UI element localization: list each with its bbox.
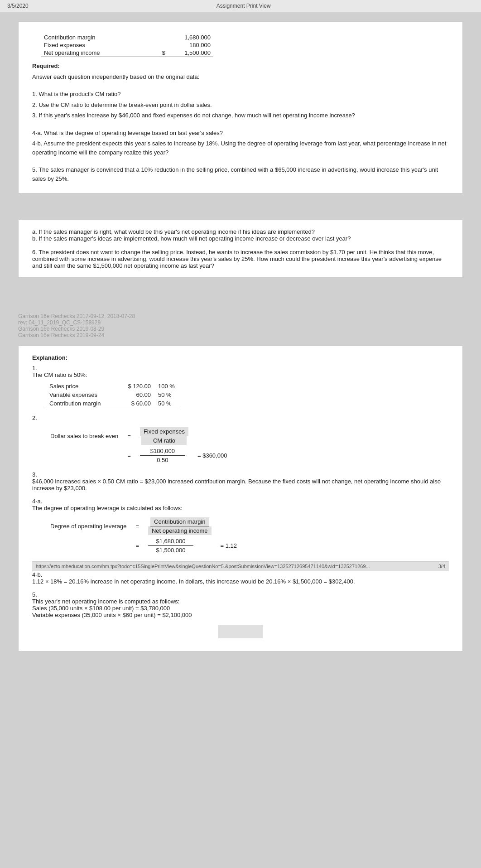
section-5-text: This year's net operating income is comp… xyxy=(32,598,449,605)
section-3: 3. $46,000 increased sales × 0.50 CM rat… xyxy=(32,471,449,492)
formula-fraction: Fixed expenses CM ratio xyxy=(135,426,193,446)
leverage-result: = 1.12 xyxy=(216,536,242,555)
row-label: Fixed expenses xyxy=(41,41,123,49)
formula-equals2: = xyxy=(123,446,135,465)
top-bar-spacer xyxy=(459,3,474,9)
fraction-value-bottom: 0.50 xyxy=(140,456,185,463)
leverage-row-2: = $1,680,000 $1,500,000 = 1.12 xyxy=(46,536,241,555)
section-2-number: 2. xyxy=(32,415,449,421)
page-content: Contribution margin 1,680,000 Fixed expe… xyxy=(0,12,481,669)
footer-notes: Garrison 16e Rechecks 2017-09-12, 2018-0… xyxy=(18,313,463,338)
question-4b: 4-b. Assume the president expects this y… xyxy=(32,139,449,157)
leverage-value-bottom: $1,500,000 xyxy=(148,546,193,554)
section-4a-text: The degree of operating leverage is calc… xyxy=(32,505,449,511)
section-4b-number: 4-b. xyxy=(32,571,449,578)
required-intro: Answer each question independently based… xyxy=(32,72,449,82)
url-bar: https://ezto.mheducation.com/hm.tpx?todo… xyxy=(32,561,449,571)
section-5-line-2: Variable expenses (35,000 units × $60 pe… xyxy=(32,612,449,618)
cm-pct: 50 % xyxy=(154,391,178,399)
required-section: Required: Answer each question independe… xyxy=(32,62,449,183)
cm-pct: 100 % xyxy=(154,382,178,391)
leverage-label: Degree of operating leverage xyxy=(46,516,131,536)
date-label: 3/5/2020 xyxy=(7,3,29,9)
table-row: Net operating income $ 1,500,000 xyxy=(41,49,213,57)
footer-line-4: Garrison 16e Rechecks 2019-09-24 xyxy=(18,332,463,338)
question-6: 6. The president does not want to change… xyxy=(32,249,449,269)
cm-amount: 60.00 xyxy=(118,391,154,399)
footer-line-1: Garrison 16e Rechecks 2017-09-12, 2018-0… xyxy=(18,313,463,319)
row-symbol: $ xyxy=(123,49,168,57)
section-5-number: 5. xyxy=(32,591,449,598)
question-5: 5. The sales manager is convinced that a… xyxy=(32,165,449,183)
leverage-equals: = xyxy=(131,516,144,536)
leverage-fraction-top: Contribution margin xyxy=(150,517,209,526)
spacer2 xyxy=(18,286,463,313)
row-label: Contribution margin xyxy=(41,34,123,41)
row-value: 180,000 xyxy=(168,41,213,49)
fraction-numerator: Fixed expenses xyxy=(140,427,188,436)
leverage-values: $1,680,000 $1,500,000 xyxy=(144,536,216,555)
fraction-value-top: $180,000 xyxy=(140,448,185,456)
section-5-line-1: Sales (35,000 units × $108.00 per unit) … xyxy=(32,605,449,612)
formula-row-2: = $180,000 0.50 = $360,000 xyxy=(46,446,231,465)
question-3: 3. If this year's sales increase by $46,… xyxy=(32,111,449,120)
card-explanation: Explanation: 1. The CM ratio is 50%: Sal… xyxy=(18,346,463,651)
question-1: 1. What is the product's CM ratio? xyxy=(32,90,449,99)
section-4b: 4-b. 1.12 × 18% = 20.16% increase in net… xyxy=(32,571,449,585)
formula-values: $180,000 0.50 xyxy=(135,446,193,465)
top-bar: 3/5/2020 Assignment Print View xyxy=(0,0,481,12)
formula-label: Dollar sales to break even xyxy=(46,426,123,446)
cm-label: Variable expenses xyxy=(46,391,118,399)
page-title: Assignment Print View xyxy=(216,3,271,9)
explanation-heading: Explanation: xyxy=(32,354,449,361)
cm-label: Sales price xyxy=(46,382,118,391)
row-amount xyxy=(123,34,168,41)
cm-row-sales: Sales price $ 120.00 100 % xyxy=(46,382,178,391)
url-text: https://ezto.mheducation.com/hm.tpx?todo… xyxy=(36,564,370,569)
row-value: 1,500,000 xyxy=(168,49,213,57)
table-row: Fixed expenses 180,000 xyxy=(41,41,213,49)
section-4b-text: 1.12 × 18% = 20.16% increase in net oper… xyxy=(32,578,449,585)
fraction-denominator: CM ratio xyxy=(141,436,187,445)
section-1-text: The CM ratio is 50%: xyxy=(32,371,449,378)
section-5: 5. This year's net operating income is c… xyxy=(32,591,449,618)
cm-pct: 50 % xyxy=(154,399,178,408)
row-value: 1,680,000 xyxy=(168,34,213,41)
row-label: Net operating income xyxy=(41,49,123,57)
cm-label: Contribution margin xyxy=(46,399,118,408)
question-4a: 4-a. What is the degree of operating lev… xyxy=(32,129,449,138)
break-even-formula: Dollar sales to break even = Fixed expen… xyxy=(46,426,449,465)
cm-ratio-table: Sales price $ 120.00 100 % Variable expe… xyxy=(46,382,449,408)
formula-equals: = xyxy=(123,426,135,446)
financial-table: Contribution margin 1,680,000 Fixed expe… xyxy=(41,34,449,57)
shaded-bottom-box xyxy=(218,625,263,638)
section-2: 2. Dollar sales to break even = Fixed ex… xyxy=(32,415,449,465)
formula-spacer xyxy=(46,446,123,465)
formula-result: = $360,000 xyxy=(193,446,231,465)
cm-row-margin: Contribution margin $ 60.00 50 % xyxy=(46,399,178,408)
formula-row-1: Dollar sales to break even = Fixed expen… xyxy=(46,426,231,446)
card-questions-56: a. If the sales manager is right, what w… xyxy=(18,220,463,278)
leverage-formula: Degree of operating leverage = Contribut… xyxy=(46,516,449,555)
footer-line-2: rev: 04_11_2019_QC_CS-158929 xyxy=(18,319,463,326)
question-5a: a. If the sales manager is right, what w… xyxy=(32,228,449,235)
section-1: 1. The CM ratio is 50%: Sales price $ 12… xyxy=(32,365,449,408)
section-1-number: 1. xyxy=(32,365,449,371)
question-5b: b. If the sales manager's ideas are impl… xyxy=(32,235,449,242)
cm-row-var: Variable expenses 60.00 50 % xyxy=(46,391,178,399)
section-4a-number: 4-a. xyxy=(32,498,449,505)
table-row: Contribution margin 1,680,000 xyxy=(41,34,213,41)
leverage-row-1: Degree of operating leverage = Contribut… xyxy=(46,516,241,536)
footer-line-3: Garrison 16e Rechecks 2019-08-29 xyxy=(18,326,463,332)
section-4a: 4-a. The degree of operating leverage is… xyxy=(32,498,449,555)
leverage-fraction-bottom: Net operating income xyxy=(148,526,212,535)
spacer xyxy=(18,202,463,220)
section-3-text: $46,000 increased sales × 0.50 CM ratio … xyxy=(32,478,449,492)
cm-amount: $ 120.00 xyxy=(118,382,154,391)
card-financial-table: Contribution margin 1,680,000 Fixed expe… xyxy=(18,21,463,193)
leverage-spacer xyxy=(46,536,131,555)
leverage-value-top: $1,680,000 xyxy=(148,538,193,546)
leverage-fraction: Contribution margin Net operating income xyxy=(144,516,216,536)
row-amount xyxy=(123,41,168,49)
cm-amount: $ 60.00 xyxy=(118,399,154,408)
